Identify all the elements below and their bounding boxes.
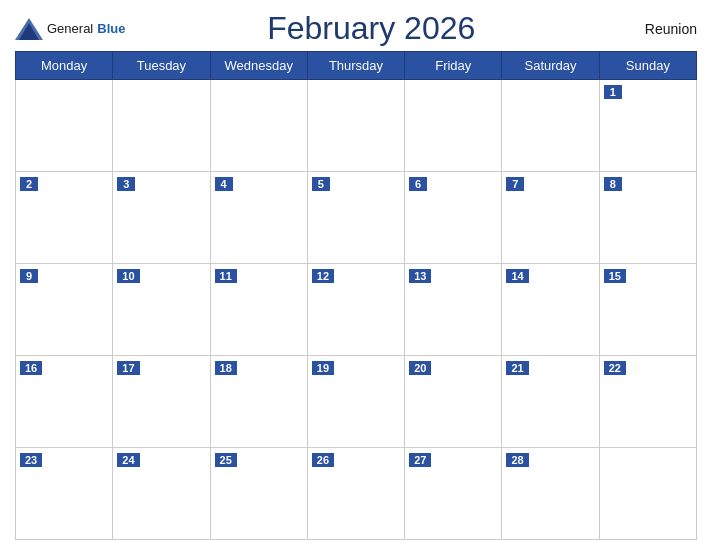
generalblue-logo-icon <box>15 18 43 40</box>
calendar-week-row: 9101112131415 <box>16 264 697 356</box>
day-number: 18 <box>215 361 237 375</box>
region-label: Reunion <box>617 21 697 37</box>
day-number: 3 <box>117 177 135 191</box>
calendar-day-cell: 23 <box>16 448 113 540</box>
calendar-day-cell: 17 <box>113 356 210 448</box>
calendar-header-row: MondayTuesdayWednesdayThursdayFridaySatu… <box>16 52 697 80</box>
calendar-day-cell <box>599 448 696 540</box>
day-number: 13 <box>409 269 431 283</box>
calendar-day-cell: 19 <box>307 356 404 448</box>
calendar-day-cell: 7 <box>502 172 599 264</box>
calendar-day-cell: 13 <box>405 264 502 356</box>
day-number: 12 <box>312 269 334 283</box>
day-number: 6 <box>409 177 427 191</box>
day-number: 24 <box>117 453 139 467</box>
calendar-day-cell: 18 <box>210 356 307 448</box>
day-number: 16 <box>20 361 42 375</box>
weekday-header-wednesday: Wednesday <box>210 52 307 80</box>
calendar-day-cell: 27 <box>405 448 502 540</box>
calendar-day-cell: 22 <box>599 356 696 448</box>
calendar-day-cell <box>307 80 404 172</box>
weekday-header-friday: Friday <box>405 52 502 80</box>
calendar-day-cell: 12 <box>307 264 404 356</box>
calendar-week-row: 16171819202122 <box>16 356 697 448</box>
calendar-day-cell <box>113 80 210 172</box>
day-number: 5 <box>312 177 330 191</box>
calendar-day-cell: 8 <box>599 172 696 264</box>
day-number: 23 <box>20 453 42 467</box>
calendar-day-cell <box>502 80 599 172</box>
calendar-day-cell <box>210 80 307 172</box>
day-number: 11 <box>215 269 237 283</box>
calendar-day-cell: 4 <box>210 172 307 264</box>
calendar-table: MondayTuesdayWednesdayThursdayFridaySatu… <box>15 51 697 540</box>
day-number: 15 <box>604 269 626 283</box>
calendar-day-cell: 14 <box>502 264 599 356</box>
day-number: 7 <box>506 177 524 191</box>
weekday-header-saturday: Saturday <box>502 52 599 80</box>
calendar-header: General Blue February 2026 Reunion <box>15 10 697 47</box>
weekday-header-tuesday: Tuesday <box>113 52 210 80</box>
calendar-title: February 2026 <box>125 10 617 47</box>
weekday-header-thursday: Thursday <box>307 52 404 80</box>
logo-general-text: General <box>47 21 93 36</box>
calendar-day-cell: 26 <box>307 448 404 540</box>
calendar-day-cell: 15 <box>599 264 696 356</box>
day-number: 19 <box>312 361 334 375</box>
day-number: 1 <box>604 85 622 99</box>
calendar-week-row: 232425262728 <box>16 448 697 540</box>
calendar-body: 1234567891011121314151617181920212223242… <box>16 80 697 540</box>
day-number: 9 <box>20 269 38 283</box>
day-number: 2 <box>20 177 38 191</box>
calendar-day-cell: 28 <box>502 448 599 540</box>
calendar-day-cell: 10 <box>113 264 210 356</box>
day-number: 17 <box>117 361 139 375</box>
calendar-day-cell: 21 <box>502 356 599 448</box>
day-number: 22 <box>604 361 626 375</box>
calendar-day-cell: 3 <box>113 172 210 264</box>
day-number: 28 <box>506 453 528 467</box>
calendar-day-cell: 9 <box>16 264 113 356</box>
day-number: 20 <box>409 361 431 375</box>
calendar-week-row: 2345678 <box>16 172 697 264</box>
day-number: 25 <box>215 453 237 467</box>
calendar-day-cell <box>16 80 113 172</box>
day-number: 26 <box>312 453 334 467</box>
calendar-day-cell: 6 <box>405 172 502 264</box>
weekday-header-monday: Monday <box>16 52 113 80</box>
calendar-day-cell: 2 <box>16 172 113 264</box>
logo-area: General Blue <box>15 18 125 40</box>
weekday-header-sunday: Sunday <box>599 52 696 80</box>
calendar-day-cell: 5 <box>307 172 404 264</box>
calendar-day-cell: 1 <box>599 80 696 172</box>
day-number: 4 <box>215 177 233 191</box>
day-number: 14 <box>506 269 528 283</box>
calendar-day-cell: 11 <box>210 264 307 356</box>
calendar-day-cell: 25 <box>210 448 307 540</box>
day-number: 27 <box>409 453 431 467</box>
day-number: 21 <box>506 361 528 375</box>
logo-blue-text: Blue <box>97 21 125 36</box>
calendar-week-row: 1 <box>16 80 697 172</box>
calendar-day-cell: 20 <box>405 356 502 448</box>
calendar-day-cell <box>405 80 502 172</box>
calendar-day-cell: 16 <box>16 356 113 448</box>
day-number: 10 <box>117 269 139 283</box>
calendar-day-cell: 24 <box>113 448 210 540</box>
day-number: 8 <box>604 177 622 191</box>
